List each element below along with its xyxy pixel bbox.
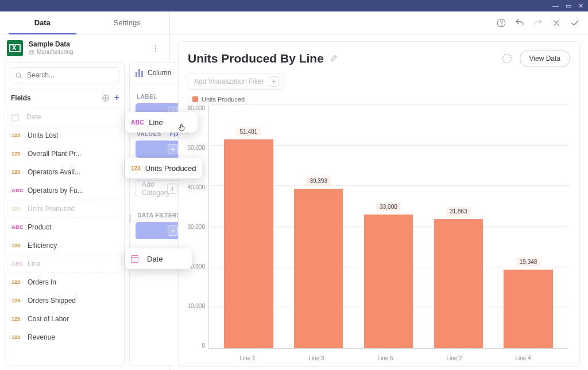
add-filter-plus-icon: + <box>269 76 279 87</box>
timer-icon[interactable] <box>501 53 513 64</box>
editor-tabs: Data Settings <box>0 11 170 34</box>
calendar-icon <box>11 114 19 121</box>
bar-column: 51,481 <box>214 105 284 348</box>
column-chart-icon <box>136 69 143 77</box>
bar-value-label: 19,348 <box>516 258 541 266</box>
field-row[interactable]: ABCProduct <box>7 218 122 236</box>
bar[interactable] <box>294 189 343 348</box>
add-visualization-filter[interactable]: Add Visualization Filter + <box>188 73 284 90</box>
x-tick-label: Line 2 <box>420 355 489 361</box>
field-row[interactable]: 123Orders Shipped <box>7 291 122 310</box>
category-add-button[interactable]: + <box>167 184 177 194</box>
abc-type-icon: ABC <box>11 261 24 267</box>
values-dropzone[interactable]: + <box>136 141 181 158</box>
excel-icon <box>7 40 23 56</box>
field-row[interactable]: 123Units Produced <box>7 200 122 218</box>
toolbar: Data Settings <box>0 11 588 34</box>
bar[interactable] <box>434 219 483 348</box>
window-titlebar: — ▭ ✕ <box>0 0 588 11</box>
search-icon <box>15 72 22 79</box>
dragged-chip-units-produced[interactable]: 123 Units Produced <box>125 158 202 178</box>
field-row[interactable]: 123Overall Plant Pr... <box>7 145 122 163</box>
field-label: Line <box>28 260 41 268</box>
field-row[interactable]: 123Cost of Labor <box>7 310 122 328</box>
field-row[interactable]: 123Orders In <box>7 273 122 291</box>
field-row[interactable]: 123Efficiency <box>7 236 122 255</box>
fields-list[interactable]: Date123Units Lost123Overall Plant Pr...1… <box>5 107 124 365</box>
section-data-filters: DATA FILTERS <box>137 212 181 219</box>
y-tick-label: 40,000 <box>187 184 205 190</box>
number-type-icon: 123 <box>11 243 24 248</box>
window-minimize-button[interactable]: — <box>552 3 559 9</box>
fields-panel: Fields + Date123Units Lost123Overall Pla… <box>5 62 125 365</box>
bar-value-label: 31,863 <box>446 207 471 216</box>
fields-header-title: Fields <box>11 94 31 102</box>
category-dropzone[interactable]: Add Category + <box>136 180 181 197</box>
svg-point-3 <box>16 73 21 77</box>
values-add-button[interactable]: + <box>168 144 178 154</box>
svg-rect-2 <box>29 50 34 54</box>
y-tick-label: 30,000 <box>187 224 205 230</box>
field-label: Date <box>26 113 41 121</box>
number-type-icon: 123 <box>11 206 24 212</box>
dragged-chip-line[interactable]: ABC Line <box>125 112 198 133</box>
confirm-icon[interactable] <box>570 18 580 28</box>
cancel-icon[interactable] <box>551 18 562 28</box>
brain-icon[interactable] <box>100 93 111 103</box>
field-row[interactable]: 123Operators Avail... <box>7 163 122 181</box>
number-type-icon: 123 <box>11 151 24 157</box>
field-label: Units Produced <box>28 205 75 213</box>
bar[interactable] <box>504 270 552 348</box>
field-label: Cost of Labor <box>28 315 69 323</box>
field-row[interactable]: ABCOperators by Fu... <box>7 181 122 200</box>
bar-value-label: 39,393 <box>306 177 331 185</box>
bar[interactable] <box>364 215 413 348</box>
redo-icon[interactable] <box>533 18 543 28</box>
search-input[interactable] <box>10 67 119 83</box>
toolbar-actions <box>496 11 588 34</box>
y-tick-label: 50,000 <box>187 145 205 151</box>
x-tick-label: Line 5 <box>351 355 420 361</box>
number-type-icon: 123 <box>11 279 24 285</box>
field-label: Efficiency <box>28 242 57 250</box>
number-type-icon: 123 <box>11 334 24 340</box>
dragged-chip-date[interactable]: Date <box>125 248 192 269</box>
add-field-button[interactable]: + <box>114 93 119 103</box>
help-icon[interactable] <box>496 18 506 28</box>
edit-title-icon[interactable] <box>330 53 339 64</box>
window-restore-button[interactable]: ▭ <box>566 3 571 9</box>
field-row[interactable]: 123Units Lost <box>7 126 122 145</box>
field-label: Product <box>28 223 51 231</box>
field-label: Units Lost <box>28 131 58 139</box>
number-type-icon: 123 <box>131 165 141 172</box>
legend-swatch <box>192 96 198 102</box>
field-row[interactable]: ABCLine <box>7 255 122 273</box>
bar-column: 39,393 <box>284 105 354 348</box>
x-tick-label: Line 3 <box>282 355 351 361</box>
abc-type-icon: ABC <box>131 119 144 126</box>
view-data-button[interactable]: View Data <box>520 50 570 67</box>
datasource-subtitle: Manufacturing <box>29 49 144 56</box>
number-type-icon: 123 <box>11 133 24 138</box>
x-tick-label: Line 1 <box>213 355 282 361</box>
window-close-button[interactable]: ✕ <box>578 3 583 9</box>
filter-add-button[interactable]: + <box>168 225 178 236</box>
field-label: Operators Avail... <box>28 168 80 176</box>
data-filters-dropzone[interactable]: + <box>136 222 181 239</box>
field-row[interactable]: 123Revenue <box>7 328 122 346</box>
bar-value-label: 33,000 <box>376 202 401 211</box>
x-axis: Line 1Line 3Line 5Line 2Line 4 <box>203 355 568 361</box>
bar-column: 31,863 <box>423 105 493 348</box>
svg-point-1 <box>501 25 502 25</box>
number-type-icon: 123 <box>11 298 24 303</box>
x-tick-label: Line 4 <box>489 355 558 361</box>
tab-data[interactable]: Data <box>0 11 85 34</box>
plot-area: 51,48139,39333,00031,86319,348 <box>208 105 568 349</box>
datasource-menu-button[interactable]: ⋮ <box>149 44 163 53</box>
field-row[interactable]: Date <box>7 108 122 126</box>
tab-settings[interactable]: Settings <box>85 11 170 34</box>
bar-column: 19,348 <box>493 105 563 348</box>
bar-value-label: 51,481 <box>237 127 261 136</box>
bar[interactable] <box>224 139 273 348</box>
undo-icon[interactable] <box>514 18 525 28</box>
